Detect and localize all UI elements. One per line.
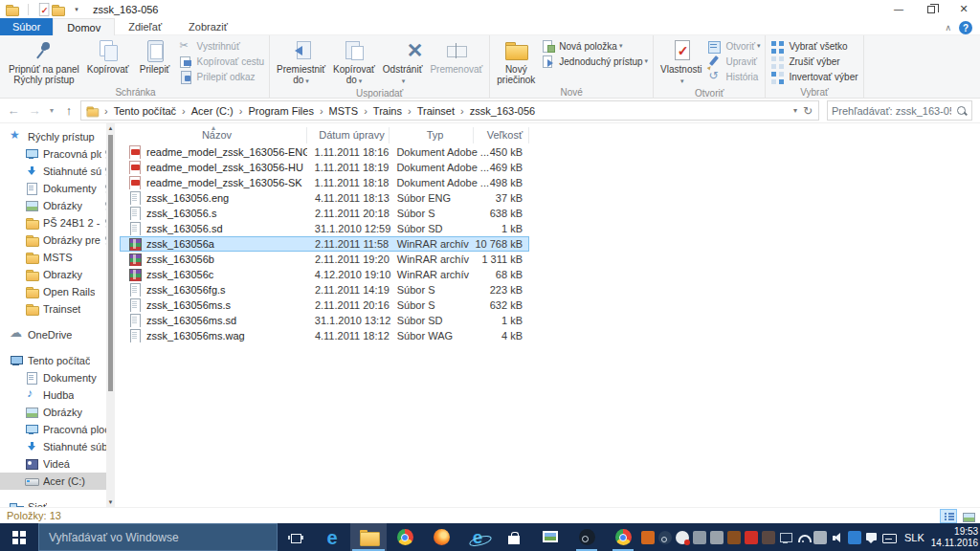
sidebar-item-dokumenty[interactable]: Dokumenty xyxy=(0,369,115,386)
tray-display-icon[interactable] xyxy=(779,531,792,544)
restore-button[interactable] xyxy=(915,0,947,18)
tab-home[interactable]: Domov xyxy=(53,18,115,35)
ribbon-button-kopi-rovat-cestu[interactable]: Kopírovať cestu xyxy=(179,55,264,68)
table-row[interactable]: zssk_163056ms.sd31.1.2010 13:12Súbor SD1… xyxy=(120,313,529,328)
back-icon[interactable]: ← xyxy=(4,101,23,121)
table-row[interactable]: readme_model_zssk_163056-ENG1.11.2011 18… xyxy=(120,144,529,160)
tab-share[interactable]: Zdieľať xyxy=(115,18,175,35)
tray-app-gray1-icon[interactable] xyxy=(693,531,706,544)
photos-icon[interactable] xyxy=(532,523,568,551)
tray-update-warning-icon[interactable] xyxy=(676,531,689,544)
breadcrumb-item-program-files[interactable]: Program Files xyxy=(243,105,318,117)
ribbon-button-premiestnit[interactable]: Premiestniťdo▾ xyxy=(273,36,329,87)
scrollbar-thumb[interactable] xyxy=(108,135,113,391)
help-icon[interactable]: ? xyxy=(959,21,972,34)
sidebar-item-onedrive[interactable]: OneDrive xyxy=(0,326,115,343)
column-header-date[interactable]: Dátum úpravy xyxy=(307,127,390,143)
task-view-icon[interactable] xyxy=(278,523,314,551)
sidebar-item-stiahnute-su-l[interactable]: Stiahnuté súl xyxy=(0,163,115,180)
ribbon-button-nova-poloz-ka[interactable]: Nová položka▾ xyxy=(541,39,648,53)
search-input[interactable] xyxy=(828,105,955,117)
store-icon[interactable] xyxy=(496,523,532,551)
table-row[interactable]: zssk_163056.sd31.1.2010 12:59Súbor SD1 k… xyxy=(120,221,529,236)
qat-properties-icon[interactable] xyxy=(33,2,51,17)
start-button[interactable] xyxy=(0,523,38,551)
search-icon[interactable] xyxy=(955,104,969,118)
tray-keyboard-icon[interactable] xyxy=(882,531,896,544)
column-header-type[interactable]: Typ xyxy=(390,127,474,143)
ribbon-button-vystrihnu-t[interactable]: Vystrihnúť xyxy=(179,39,264,53)
tray-app-gray2-icon[interactable] xyxy=(710,531,724,544)
sidebar-item-hudba[interactable]: Hudba xyxy=(0,386,115,404)
sidebar-item-pracovna-plc[interactable]: Pracovná plc xyxy=(0,145,115,163)
sidebar-item-siet[interactable]: Sieť xyxy=(0,498,115,507)
table-row[interactable]: readme_model_zssk_163056-HU1.11.2011 18:… xyxy=(120,160,529,175)
language-indicator[interactable]: SLK xyxy=(898,523,931,551)
taskbar-search-input[interactable] xyxy=(39,531,277,544)
breadcrumb-item-trainset[interactable]: Trainset xyxy=(412,105,459,117)
chrome-icon[interactable] xyxy=(387,523,423,551)
ribbon-button-upravit[interactable]: Upraviť xyxy=(707,55,760,68)
large-icons-view-icon[interactable] xyxy=(959,509,976,523)
ribbon-button-vybrat-vs-etko[interactable]: Vybrať všetko xyxy=(770,39,858,53)
file-explorer-icon[interactable] xyxy=(350,523,387,551)
sidebar-item-obrazky[interactable]: Obrazky xyxy=(0,266,115,283)
tray-hp-icon[interactable] xyxy=(848,531,861,544)
clock[interactable]: 19:53 14.11.2016 xyxy=(931,523,980,551)
sidebar-item-open-rails[interactable]: Open Rails xyxy=(0,283,115,300)
tray-app-dark-icon[interactable] xyxy=(762,531,775,544)
ribbon-button-otvorit[interactable]: Otvoriť▾ xyxy=(707,39,760,53)
forward-icon[interactable]: → xyxy=(25,101,44,121)
tab-file[interactable]: Súbor xyxy=(0,18,53,35)
table-row[interactable]: zssk_163056b2.11.2011 19:20WinRAR archív… xyxy=(120,252,529,267)
breadcrumb-item-tento-poc-i-tac[interactable]: Tento počítač xyxy=(109,105,181,117)
sidebar-item-tento-poc-i-tac[interactable]: Tento počítač xyxy=(0,352,115,369)
ribbon-button-vlastnosti[interactable]: Vlastnosti▾ xyxy=(657,36,705,87)
ribbon-button-pripnu-t-na-panel[interactable]: Pripnúť na panelRýchly prístup xyxy=(5,36,83,86)
sidebar-item-trainset[interactable]: Trainset xyxy=(0,300,115,318)
address-dropdown-icon[interactable]: ▾ xyxy=(793,106,797,115)
sidebar-item-pracovna-ploch[interactable]: Pracovná ploch xyxy=(0,421,115,438)
table-row[interactable]: readme_model_zssk_163056-SK1.11.2011 18:… xyxy=(120,175,529,190)
sidebar-item-msts[interactable]: MSTS xyxy=(0,249,115,266)
edge-icon[interactable]: e xyxy=(314,523,350,551)
table-row[interactable]: zssk_163056.eng4.11.2011 18:13Súbor ENG3… xyxy=(120,190,529,206)
firefox-icon[interactable] xyxy=(423,523,459,551)
sidebar-item-obra-zky[interactable]: Obrázky xyxy=(0,197,115,214)
ribbon-button-invertovat-vy-ber[interactable]: Invertovať výber xyxy=(770,70,858,83)
ribbon-button-odstra-nit[interactable]: Odstrániť▾ xyxy=(379,36,427,87)
tray-volume-icon[interactable] xyxy=(831,531,844,544)
tray-flash-icon[interactable] xyxy=(745,531,758,544)
table-row[interactable]: zssk_163056.s2.11.2011 20:18Súbor S638 k… xyxy=(120,206,529,221)
sidebar-item-obra-zky-pre[interactable]: Obrázky pre xyxy=(0,231,115,249)
minimize-button[interactable]: — xyxy=(882,0,915,18)
recent-locations-icon[interactable]: ▾ xyxy=(46,101,57,121)
sidebar-item-obra-zky[interactable]: Obrázky xyxy=(0,404,115,421)
tray-notification-icon[interactable] xyxy=(865,531,879,544)
breadcrumb-item-trains[interactable]: Trains xyxy=(368,105,407,117)
column-header-size[interactable]: Veľkosť xyxy=(474,127,529,143)
qat-customize-chevron-icon[interactable]: ▾ xyxy=(68,2,85,17)
breadcrumb-item-zssk-163-056[interactable]: zssk_163-056 xyxy=(465,105,541,117)
qat-new-folder-icon[interactable] xyxy=(51,2,68,17)
ribbon-button-prilepit-odkaz[interactable]: Prilepiť odkaz xyxy=(179,70,264,83)
details-view-icon[interactable] xyxy=(940,509,957,523)
table-row[interactable]: zssk_163056c4.12.2010 19:10WinRAR archív… xyxy=(120,267,529,282)
ribbon-button-premenovat[interactable]: Premenovať xyxy=(426,36,486,76)
internet-explorer-icon[interactable]: e xyxy=(459,523,496,551)
breadcrumb-item-acer-c[interactable]: Acer (C:) xyxy=(187,105,238,117)
collapse-ribbon-icon[interactable]: ∧ xyxy=(945,23,951,33)
ribbon-button-kopi-rovat[interactable]: Kopírovaťdo▾ xyxy=(329,36,379,87)
sidebar-item-acer-c[interactable]: Acer (C:) xyxy=(0,473,115,490)
refresh-icon[interactable]: ↻ xyxy=(803,104,813,118)
table-row[interactable]: zssk_163056ms.wag4.11.2011 18:12Súbor WA… xyxy=(120,328,529,343)
steam-icon[interactable] xyxy=(568,523,605,551)
scroll-down-icon[interactable]: ▼ xyxy=(106,499,115,505)
tray-app-orange-icon[interactable] xyxy=(641,531,655,544)
sidebar-item-dokumenty[interactable]: Dokumenty xyxy=(0,180,115,197)
close-button[interactable]: ✕ xyxy=(947,0,980,18)
breadcrumb-item-msts[interactable]: MSTS xyxy=(324,105,364,117)
table-row[interactable]: zssk_163056a2.11.2011 11:58WinRAR archív… xyxy=(120,236,529,252)
ribbon-button-histo-ria[interactable]: História xyxy=(707,70,760,83)
sidebar-item-videa[interactable]: Videá xyxy=(0,455,115,473)
